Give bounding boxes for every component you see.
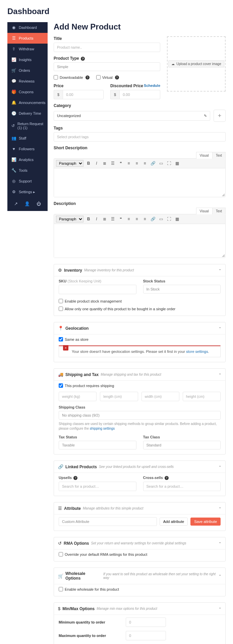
italic-icon[interactable]: I [94,216,100,222]
pencil-icon[interactable]: ✎ [204,114,207,118]
link-icon[interactable]: 🔗 [150,160,156,166]
enable-stock-checkbox[interactable]: Enable product stock management [59,299,221,303]
quote-icon[interactable]: ❝ [118,216,124,222]
max-quantity-input[interactable] [126,631,166,640]
fullscreen-icon[interactable]: ⛶ [166,160,172,166]
sidebar-item-coupons[interactable]: 🎁Coupons [7,87,48,97]
sidebar-item-withdraw[interactable]: ⇧Withdraw [7,44,48,54]
tax-status-select[interactable]: Taxable [59,441,136,449]
width-input[interactable] [141,392,179,401]
height-input[interactable] [183,392,221,401]
shipping-settings-link[interactable]: shipping settings [90,427,115,430]
shipping-class-select[interactable]: No shipping class (9/2) [59,411,221,420]
length-input[interactable] [100,392,138,401]
help-icon[interactable]: ? [115,75,119,79]
sku-input[interactable] [59,285,136,294]
align-left-icon[interactable]: ≡ [126,160,132,166]
help-icon[interactable]: ? [73,476,77,480]
discounted-price-input[interactable] [119,90,160,99]
external-link-icon[interactable]: ↗ [14,201,18,206]
insert-icon[interactable]: ▭ [158,160,164,166]
visual-tab[interactable]: Visual [196,208,212,214]
tax-class-select[interactable]: Standard [143,441,221,449]
linked-products-header[interactable]: 🔗 Linked Products See your linked produc… [54,461,225,473]
sidebar-item-support[interactable]: ◎Support [7,176,48,186]
bullet-list-icon[interactable]: ≣ [102,216,108,222]
product-name-input[interactable] [54,43,160,52]
sidebar-item-settings-[interactable]: ⚙Settings ▸ [7,186,48,197]
stock-status-select[interactable]: In Stock [143,285,221,293]
inventory-header[interactable]: ⚙ Inventory Manage inventory for this pr… [54,264,225,276]
tags-input[interactable] [54,132,226,142]
virtual-checkbox[interactable]: Virtual ? [96,75,119,79]
insert-icon[interactable]: ▭ [158,216,164,222]
text-tab[interactable]: Text [212,208,226,214]
help-icon[interactable]: ? [81,57,85,61]
store-settings-link[interactable]: store settings [186,350,208,354]
align-right-icon[interactable]: ≡ [142,160,148,166]
help-icon[interactable]: ? [85,75,90,79]
paragraph-select[interactable]: Paragraph [56,216,83,222]
numbered-list-icon[interactable]: ☰ [110,216,116,222]
wholesale-header[interactable]: 🛒 Wholesale Options If you want to sell … [54,568,225,584]
min-quantity-input[interactable] [126,618,166,627]
user-icon[interactable]: 👤 [24,201,30,206]
sidebar-item-orders[interactable]: 🛒Orders [7,65,48,76]
shipping-header[interactable]: 🚚 Shipping and Tax Manage shipping and t… [54,369,225,380]
add-category-button[interactable]: + [214,110,226,122]
align-center-icon[interactable]: ≡ [134,216,140,222]
link-icon[interactable]: 🔗 [150,216,156,222]
same-as-store-checkbox[interactable]: Same as store [59,337,221,341]
category-select[interactable]: Uncategorized ✎ [54,111,210,121]
override-rma-checkbox[interactable]: Override your default RMA settings for t… [59,552,221,556]
numbered-list-icon[interactable]: ☰ [110,160,116,166]
power-icon[interactable]: ⏻ [37,201,41,206]
upload-cover-image[interactable]: ☁ Upload a product cover image [167,36,226,92]
price-input[interactable] [63,90,104,99]
sidebar-item-delivery-time[interactable]: 🕒Delivery Time [7,108,48,119]
sidebar-item-analytics[interactable]: 📊Analytics [7,154,48,165]
add-attribute-button[interactable]: Add attribute [160,518,188,526]
minmax-header[interactable]: $ Min/Max Options Manage min max options… [54,603,225,614]
help-icon[interactable]: ? [165,476,169,480]
text-tab[interactable]: Text [212,152,226,159]
sidebar-item-dashboard[interactable]: ◉Dashboard [7,22,48,33]
sidebar-item-return-request-[interactable]: ↺Return Request (1) (1) [7,119,48,133]
save-attribute-button[interactable]: Save attribute [190,518,221,526]
visual-tab[interactable]: Visual [196,152,212,159]
close-icon[interactable]: × [63,345,68,351]
weight-input[interactable] [59,392,97,401]
downloadable-checkbox[interactable]: Downloadable ? [54,75,90,79]
bold-icon[interactable]: B [85,160,92,166]
attribute-header[interactable]: ☰ Attribute Manage attributes for this s… [54,502,225,514]
align-center-icon[interactable]: ≡ [134,160,140,166]
toolbar-toggle-icon[interactable]: ▦ [174,216,180,222]
product-type-select[interactable]: Simple [54,62,160,71]
toolbar-toggle-icon[interactable]: ▦ [174,160,180,166]
schedule-link[interactable]: Schedule [144,84,160,88]
sold-individually-checkbox[interactable]: Allow only one quantity of this product … [59,307,221,311]
align-right-icon[interactable]: ≡ [142,216,148,222]
sidebar-item-insights[interactable]: 📈Insights [7,54,48,65]
bold-icon[interactable]: B [85,216,92,222]
short-description-textarea[interactable] [54,168,225,197]
italic-icon[interactable]: I [94,160,100,166]
sidebar-item-staff[interactable]: 👥Staff [7,133,48,144]
enable-wholesale-checkbox[interactable]: Enable wholesale for this product [59,587,221,591]
align-left-icon[interactable]: ≡ [126,216,132,222]
sidebar-item-followers[interactable]: ♥Followers [7,144,48,154]
bullet-list-icon[interactable]: ≣ [102,160,108,166]
sidebar-item-products[interactable]: ☰Products [7,33,48,44]
custom-attribute-select[interactable]: Custom Attribute [59,517,157,526]
sidebar-item-reviewss[interactable]: 💬Reviewss [7,76,48,87]
fullscreen-icon[interactable]: ⛶ [166,216,172,222]
paragraph-select[interactable]: Paragraph [56,160,83,167]
upsells-input[interactable] [59,482,136,491]
crosssells-input[interactable] [143,482,221,491]
requires-shipping-checkbox[interactable]: This product requires shipping [59,383,221,388]
geolocation-header[interactable]: 📍 Geolocation ⌃ [54,322,225,334]
sidebar-item-announcements[interactable]: 🔔Announcements [7,97,48,108]
quote-icon[interactable]: ❝ [118,160,124,166]
description-textarea[interactable] [54,224,225,258]
rma-header[interactable]: ↺ RMA Options Set your return and warran… [54,537,225,549]
